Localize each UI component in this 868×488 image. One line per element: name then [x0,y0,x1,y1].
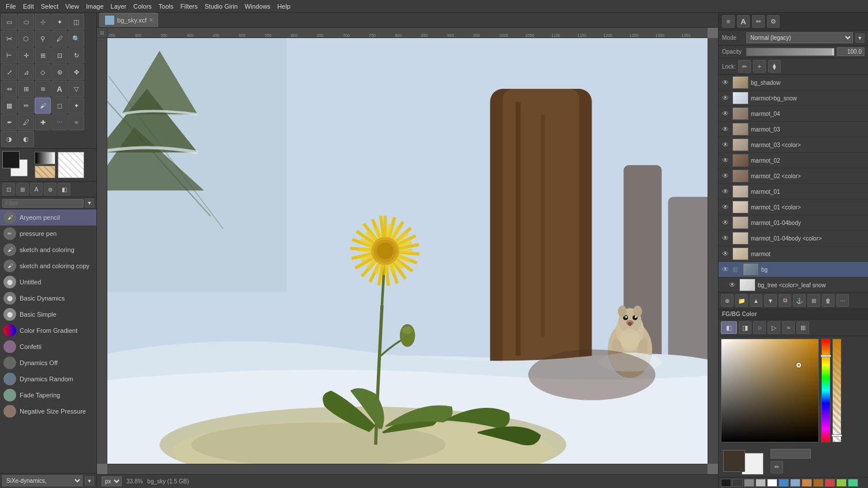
text-tool[interactable]: A [51,81,68,97]
layer-visibility-eye[interactable]: 👁 [721,187,730,196]
heal-tool[interactable]: ✚ [35,114,51,130]
ellipse-select-tool[interactable]: ⬭ [18,14,34,30]
swatch-9[interactable] [813,479,824,487]
swatch-1[interactable] [721,479,731,487]
brushes-filter-dropdown[interactable]: ▼ [85,198,94,208]
blend-tool[interactable]: ▦ [1,97,17,114]
layer-item-marmot-body-color[interactable]: 👁 marmot_01-04body <color> [719,231,868,246]
scale-tool[interactable]: ⤢ [1,64,17,80]
brush-item-color-from-gradient[interactable]: Color From Gradient [0,322,96,339]
menu-windows[interactable]: Windows [241,2,274,11]
alpha-slider[interactable] [832,339,841,442]
move-tool[interactable]: ✛ [18,47,34,63]
cage-tool[interactable]: ⊞ [18,81,34,97]
color-edit-btn[interactable]: ✏ [770,461,783,474]
menu-select[interactable]: Select [38,2,62,11]
tool-extra-3[interactable]: A [30,183,43,196]
unified-transform-tool[interactable]: ⊛ [51,64,68,80]
settings-icon[interactable]: ⚙ [767,15,780,28]
mypainthbrush-tool[interactable]: 🖊 [18,114,34,130]
tool-extra-2[interactable]: ⊞ [16,183,29,196]
color-wheel-btn[interactable]: ○ [753,321,766,334]
duplicate-layer-btn[interactable]: ⧉ [779,294,791,307]
color-gradient-square[interactable] [721,339,819,442]
text-icon[interactable]: A [737,15,750,28]
tool-extra-4[interactable]: ⊚ [44,183,57,196]
desaturate-tool[interactable]: ◐ [18,131,34,147]
opacity-input[interactable] [837,47,865,56]
brush-dynamics-select[interactable]: SiXe-dynamics, [2,475,83,486]
layer-visibility-eye[interactable]: 👁 [721,109,730,118]
pencil-tool[interactable]: ✏ [18,97,34,114]
layer-visibility-eye[interactable]: 👁 [721,93,730,103]
zoom-tool[interactable]: 🔍 [68,31,84,47]
ink-tool[interactable]: ✒ [1,114,17,130]
menu-image[interactable]: Image [83,2,107,11]
lower-layer-btn[interactable]: ▼ [764,294,777,307]
layer-visibility-eye[interactable]: 👁 [721,249,730,258]
bg-picker-btn[interactable]: ◨ [739,321,751,334]
layers-icon[interactable]: ≡ [722,15,735,28]
eraser-tool[interactable]: ◻ [51,97,68,114]
unit-select[interactable]: px [102,476,122,486]
rotate-tool[interactable]: ↻ [68,47,84,63]
fg-color-swatch[interactable] [2,151,20,168]
menu-file[interactable]: File [2,2,20,11]
artwork-canvas[interactable] [107,38,708,464]
clone-tool[interactable]: ⋯ [51,114,68,130]
layer-item-bg[interactable]: 👁 ⛓ bg [719,262,868,277]
layer-item-bg-shadow[interactable]: 👁 bg_shadow [719,75,868,91]
swatch-10[interactable] [825,479,835,487]
paintbrush-tool[interactable]: 🖌 [35,97,51,114]
layer-item-marmot-02-color[interactable]: 👁 marmot_02 <color> [719,168,868,184]
edit-icon[interactable]: ✏ [752,15,765,28]
smudge-tool[interactable]: ≈ [68,114,84,130]
swatch-3[interactable] [744,479,754,487]
brush-item-basic-simple[interactable]: ⬤ Basic Simple [0,306,96,322]
swatch-8[interactable] [802,479,812,487]
crop-tool[interactable]: ⊡ [51,47,68,63]
tool-extra-5[interactable]: ◧ [58,183,70,196]
tool-extra-1[interactable]: ⊡ [2,183,15,196]
scrollbar-right[interactable] [708,38,718,464]
swatch-7[interactable] [790,479,800,487]
brush-item-sketch-coloring[interactable]: 🖌 sketch and coloring [0,242,96,258]
brush-preview[interactable] [58,152,84,178]
brush-item-fade-tapering[interactable]: Fade Tapering [0,387,96,403]
layer-item-marmot-03[interactable]: 👁 marmot_03 [719,122,868,137]
swatch-6[interactable] [779,479,789,487]
brush-item-dynamics-random[interactable]: Dynamics Random [0,371,96,387]
swatch-4[interactable] [755,479,766,487]
measure-tool[interactable]: ⊢ [1,47,17,63]
raise-layer-btn[interactable]: ▲ [750,294,762,307]
layer-visibility-eye[interactable]: 👁 [721,265,730,274]
pattern-swatch[interactable] [35,166,55,178]
foreground-select-tool[interactable]: ⬡ [18,31,34,47]
menu-view[interactable]: View [62,2,83,11]
lock-pixels-btn[interactable]: ✏ [738,60,751,73]
layer-visibility-eye[interactable]: 👁 [721,218,730,227]
fg-picker-btn[interactable]: ◧ [721,321,737,334]
swatch-12[interactable] [848,479,858,487]
layer-item-marmot[interactable]: 👁 marmot [719,246,868,262]
layer-item-bg-tree-leaf-snow[interactable]: 👁 bg_tree <color>_leaf snow [719,277,868,292]
swatch-5[interactable] [767,479,777,487]
layer-visibility-eye[interactable]: 👁 [721,202,730,212]
fg-color-preview[interactable] [723,450,745,472]
layer-item-marmot-03-color[interactable]: 👁 marmot_03 <color> [719,137,868,153]
menu-edit[interactable]: Edit [20,2,38,11]
brush-item-negative-size[interactable]: Negative Size Pressure [0,403,96,419]
swatch-11[interactable] [836,479,847,487]
shear-tool[interactable]: ⊿ [18,64,34,80]
triangle-btn[interactable]: ▷ [768,321,780,334]
layer-item-marmot-body[interactable]: 👁 marmot_01-04body [719,215,868,231]
brush-item-pressure-pen[interactable]: ✏ pressure pen [0,226,96,242]
handle-transform-tool[interactable]: ✥ [68,64,84,80]
bucket-fill-tool[interactable]: ▽ [68,81,84,97]
layer-visibility-eye[interactable]: 👁 [721,171,730,181]
tab-close-icon[interactable]: × [149,16,153,24]
perspective-tool[interactable]: ◇ [35,64,51,80]
lock-alpha-btn[interactable]: ⧫ [768,60,781,73]
layer-item-marmot-02[interactable]: 👁 marmot_02 [719,153,868,168]
delete-layer-btn[interactable]: 🗑 [822,294,835,307]
